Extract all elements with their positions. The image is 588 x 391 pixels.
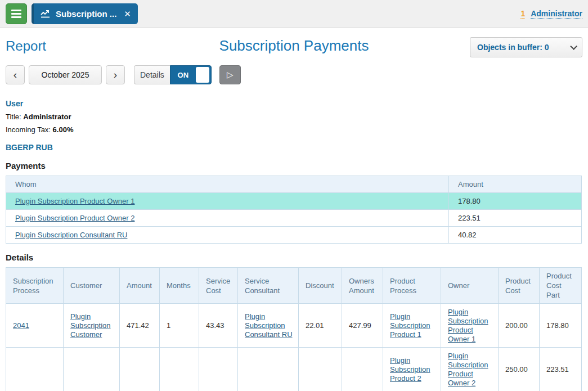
hamburger-icon <box>11 10 21 18</box>
tax-line: Incoming Tax: 6.00% <box>6 125 582 134</box>
details-column-header: Subscription Process <box>6 268 64 304</box>
details-cell <box>120 348 160 391</box>
payments-table-body: Plugin Subscription Product Owner 1178.8… <box>6 193 582 244</box>
payments-cell-amount: 223.51 <box>449 210 582 227</box>
details-cell <box>160 348 199 391</box>
page-content: Report Subscription Payments Objects in … <box>0 37 588 391</box>
details-cell: 223.51 <box>540 348 582 391</box>
details-cell: Plugin Subscription Product Owner 1 <box>441 304 499 348</box>
details-cell: 471.42 <box>120 304 160 348</box>
next-month-button[interactable]: › <box>106 65 125 84</box>
details-cell-link[interactable]: Plugin Subscription Consultant RU <box>245 312 293 339</box>
user-section-heading: User <box>6 99 582 108</box>
payments-cell-amount: 178.80 <box>449 193 582 210</box>
details-column-header: Owners Amount <box>342 268 383 304</box>
details-cell <box>299 348 342 391</box>
details-cell-link[interactable]: Plugin Subscription Product Owner 1 <box>448 308 488 343</box>
payment-whom-link[interactable]: Plugin Subscription Product Owner 1 <box>15 197 134 205</box>
payments-cell-amount: 40.82 <box>449 227 582 244</box>
buffer-count-link[interactable]: 1 <box>520 9 525 19</box>
payments-table: Whom Amount Plugin Subscription Product … <box>6 176 582 244</box>
run-report-button[interactable]: ▷ <box>219 65 241 84</box>
chevron-down-icon <box>570 43 577 50</box>
details-cell: Plugin Subscription Product 2 <box>383 348 441 391</box>
details-column-header: Discount <box>299 268 342 304</box>
currency-heading: BGERP RUB <box>6 143 582 152</box>
details-cell: 250.00 <box>499 348 540 391</box>
details-toggle-label: Details <box>134 65 170 84</box>
tax-label: Incoming Tax: <box>6 125 53 134</box>
details-column-header: Customer <box>64 268 120 304</box>
details-cell: Plugin Subscription Product 1 <box>383 304 441 348</box>
details-cell: 200.00 <box>499 304 540 348</box>
objects-buffer-dropdown[interactable]: Objects in buffer: 0 <box>470 37 582 57</box>
objects-buffer-label: Objects in buffer: 0 <box>477 43 549 52</box>
details-toggle-group: Details ON <box>134 65 212 84</box>
details-column-header: Owner <box>441 268 499 304</box>
title-line: Title: Administrator <box>6 113 582 121</box>
payments-heading: Payments <box>6 161 582 170</box>
details-cell: 22.01 <box>299 304 342 348</box>
payments-row: Plugin Subscription Product Owner 1178.8… <box>6 193 582 210</box>
details-heading: Details <box>6 253 582 262</box>
payment-whom-link[interactable]: Plugin Subscription Consultant RU <box>15 231 127 239</box>
payments-column-whom: Whom <box>6 176 449 193</box>
details-column-header: Amount <box>120 268 160 304</box>
details-column-header: Product Cost Part <box>540 268 582 304</box>
payments-row: Plugin Subscription Product Owner 2223.5… <box>6 210 582 227</box>
payments-column-amount: Amount <box>449 176 582 193</box>
header-row: Report Subscription Payments Objects in … <box>6 37 582 60</box>
details-cell: 43.43 <box>199 304 238 348</box>
details-cell-link[interactable]: 2041 <box>13 321 29 330</box>
details-row: Plugin Subscription Product 2Plugin Subs… <box>6 348 582 391</box>
details-cell-link[interactable]: Plugin Subscription Customer <box>70 312 111 339</box>
trend-chart-icon <box>41 10 51 18</box>
title-label: Title: <box>6 113 23 121</box>
prev-month-button[interactable]: ‹ <box>6 65 25 84</box>
details-cell: Plugin Subscription Customer <box>64 304 120 348</box>
details-table: Subscription ProcessCustomerAmountMonths… <box>6 267 582 391</box>
payments-row: Plugin Subscription Consultant RU40.82 <box>6 227 582 244</box>
details-cell: 427.99 <box>342 304 383 348</box>
payments-cell-whom: Plugin Subscription Consultant RU <box>6 227 449 244</box>
details-cell <box>342 348 383 391</box>
details-cell <box>199 348 238 391</box>
period-button[interactable]: October 2025 <box>29 65 102 84</box>
menu-button[interactable] <box>6 3 27 24</box>
details-cell <box>64 348 120 391</box>
payments-header-row: Whom Amount <box>6 176 582 193</box>
details-column-header: Service Cost <box>199 268 238 304</box>
payment-whom-link[interactable]: Plugin Subscription Product Owner 2 <box>15 214 134 222</box>
close-icon[interactable]: ✕ <box>124 9 131 19</box>
details-column-header: Product Process <box>383 268 441 304</box>
details-toggle[interactable]: ON <box>170 65 212 84</box>
details-column-header: Product Cost <box>499 268 540 304</box>
details-cell: 1 <box>160 304 199 348</box>
tab-label: Subscription ... <box>56 9 116 19</box>
details-cell <box>6 348 64 391</box>
user-menu-link[interactable]: Administrator <box>531 9 582 19</box>
details-cell-link[interactable]: Plugin Subscription Product 2 <box>390 356 430 383</box>
details-cell: 178.80 <box>540 304 582 348</box>
toolbar: ‹ October 2025 › Details ON ▷ <box>6 65 582 84</box>
tab-subscription-payments[interactable]: Subscription ... ✕ <box>32 3 138 24</box>
tax-value: 6.00% <box>53 125 74 134</box>
title-value: Administrator <box>23 113 71 121</box>
details-row: 2041Plugin Subscription Customer471.4214… <box>6 304 582 348</box>
details-cell-link[interactable]: Plugin Subscription Product Owner 2 <box>448 352 488 387</box>
details-column-header: Service Consultant <box>238 268 299 304</box>
details-header-row: Subscription ProcessCustomerAmountMonths… <box>6 268 582 304</box>
payments-cell-whom: Plugin Subscription Product Owner 1 <box>6 193 449 210</box>
details-cell <box>238 348 299 391</box>
top-bar: Subscription ... ✕ 1 Administrator <box>0 0 588 28</box>
details-cell: 2041 <box>6 304 64 348</box>
toggle-state-text: ON <box>170 71 196 79</box>
details-column-header: Months <box>160 268 199 304</box>
toggle-knob[interactable] <box>196 67 209 83</box>
details-cell: Plugin Subscription Consultant RU <box>238 304 299 348</box>
details-cell: Plugin Subscription Product Owner 2 <box>441 348 499 391</box>
details-cell-link[interactable]: Plugin Subscription Product 1 <box>390 312 430 339</box>
details-table-body: 2041Plugin Subscription Customer471.4214… <box>6 304 582 391</box>
payments-cell-whom: Plugin Subscription Product Owner 2 <box>6 210 449 227</box>
